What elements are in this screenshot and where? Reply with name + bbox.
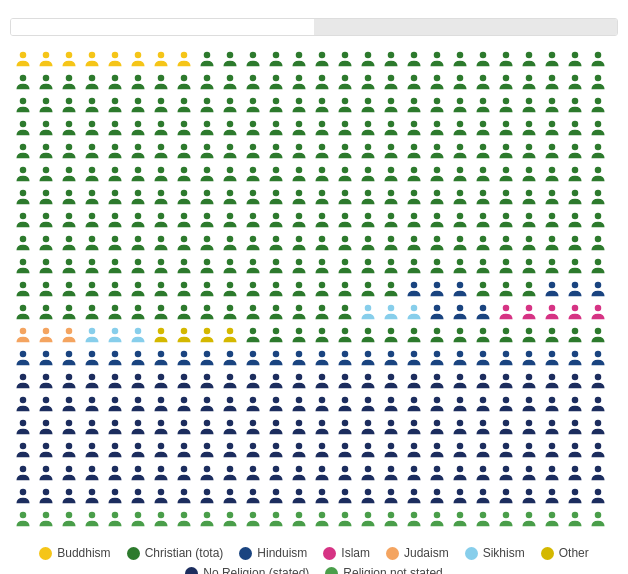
svg-point-303	[411, 305, 418, 312]
waffle-cell	[58, 209, 80, 231]
waffle-cell	[104, 255, 126, 277]
waffle-cell	[196, 255, 218, 277]
svg-point-482	[342, 466, 349, 473]
svg-point-535	[365, 512, 372, 519]
svg-point-401	[273, 397, 280, 404]
svg-point-57	[135, 98, 142, 105]
tab-act[interactable]	[11, 19, 314, 35]
svg-point-151	[503, 167, 510, 174]
waffle-cell	[449, 462, 471, 484]
svg-point-143	[319, 167, 326, 174]
svg-point-168	[296, 190, 303, 197]
waffle-cell	[403, 232, 425, 254]
tab-australia[interactable]	[314, 19, 617, 35]
waffle-cell	[403, 416, 425, 438]
waffle-cell	[472, 508, 494, 530]
waffle-cell	[81, 324, 103, 346]
svg-point-325	[319, 328, 326, 335]
legend-label: Buddhism	[57, 546, 110, 560]
svg-point-439	[549, 420, 556, 427]
waffle-cell	[288, 255, 310, 277]
waffle-cell	[150, 347, 172, 369]
svg-point-380	[388, 374, 395, 381]
waffle-cell	[426, 324, 448, 346]
svg-point-360	[526, 351, 533, 358]
waffle-cell	[449, 163, 471, 185]
waffle-cell	[288, 209, 310, 231]
waffle-cell	[541, 186, 563, 208]
waffle-cell	[81, 94, 103, 116]
svg-point-383	[457, 374, 464, 381]
svg-point-178	[526, 190, 533, 197]
svg-point-101	[549, 121, 556, 128]
waffle-cell	[518, 255, 540, 277]
svg-point-455	[319, 443, 326, 450]
waffle-cell	[334, 186, 356, 208]
svg-point-255	[503, 259, 510, 266]
waffle-cell	[380, 209, 402, 231]
legend-item: Other	[541, 546, 589, 560]
svg-point-37	[273, 75, 280, 82]
svg-point-198	[388, 213, 395, 220]
svg-point-229	[503, 236, 510, 243]
waffle-cell	[12, 485, 34, 507]
waffle-cell	[564, 462, 586, 484]
svg-point-177	[503, 190, 510, 197]
svg-point-233	[595, 236, 602, 243]
svg-point-87	[227, 121, 234, 128]
svg-point-422	[158, 420, 165, 427]
svg-point-333	[503, 328, 510, 335]
waffle-cell	[35, 117, 57, 139]
waffle-cell	[127, 439, 149, 461]
svg-point-111	[181, 144, 188, 151]
svg-point-174	[434, 190, 441, 197]
waffle-cell	[288, 324, 310, 346]
waffle-cell	[219, 255, 241, 277]
waffle-cell	[173, 278, 195, 300]
svg-point-253	[457, 259, 464, 266]
svg-point-319	[181, 328, 188, 335]
waffle-cell	[495, 140, 517, 162]
svg-point-503	[227, 489, 234, 496]
svg-point-301	[365, 305, 372, 312]
waffle-cell	[403, 370, 425, 392]
svg-point-43	[411, 75, 418, 82]
waffle-cell	[58, 485, 80, 507]
waffle-cell	[81, 462, 103, 484]
svg-point-280	[480, 282, 487, 289]
waffle-cell	[265, 117, 287, 139]
svg-point-358	[480, 351, 487, 358]
svg-point-392	[66, 397, 73, 404]
waffle-cell	[472, 370, 494, 392]
waffle-cell	[311, 117, 333, 139]
waffle-cell	[564, 370, 586, 392]
waffle-cell	[242, 255, 264, 277]
svg-point-190	[204, 213, 211, 220]
svg-point-252	[434, 259, 441, 266]
waffle-cell	[426, 48, 448, 70]
svg-point-243	[227, 259, 234, 266]
svg-point-435	[457, 420, 464, 427]
waffle-cell	[357, 439, 379, 461]
svg-point-493	[595, 466, 602, 473]
waffle-cell	[472, 324, 494, 346]
waffle-cell	[495, 462, 517, 484]
waffle-cell	[518, 186, 540, 208]
waffle-cell	[35, 416, 57, 438]
svg-point-195	[319, 213, 326, 220]
svg-point-33	[181, 75, 188, 82]
waffle-cell	[311, 278, 333, 300]
svg-point-246	[296, 259, 303, 266]
svg-point-305	[457, 305, 464, 312]
svg-point-483	[365, 466, 372, 473]
waffle-cell	[426, 439, 448, 461]
waffle-cell	[311, 71, 333, 93]
svg-point-442	[20, 443, 27, 450]
waffle-cell	[265, 347, 287, 369]
waffle-cell	[196, 347, 218, 369]
svg-point-187	[135, 213, 142, 220]
svg-point-369	[135, 374, 142, 381]
svg-point-129	[595, 144, 602, 151]
waffle-cell	[104, 186, 126, 208]
waffle-cell	[403, 140, 425, 162]
